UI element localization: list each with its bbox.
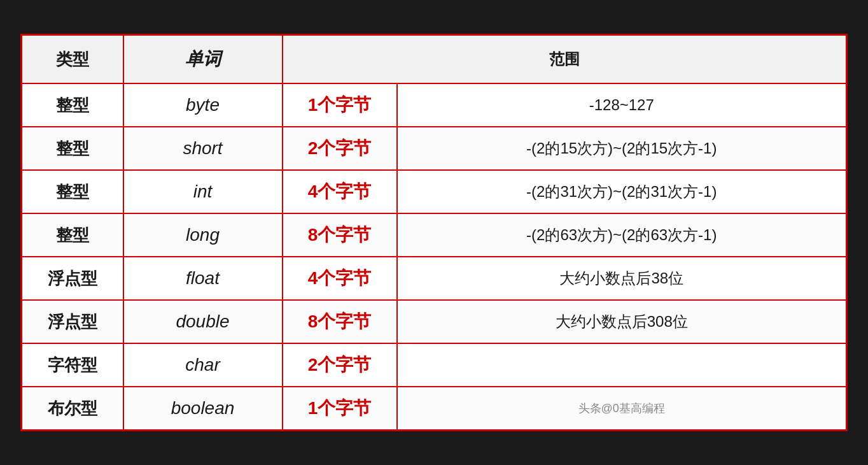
cell-size: 8个字节	[283, 213, 397, 257]
cell-range: -128~127	[397, 83, 847, 127]
table-row: 浮点型float4个字节大约小数点后38位	[22, 257, 847, 300]
table-row: 整型long8个字节-(2的63次方)~(2的63次方-1)	[22, 213, 847, 257]
cell-size: 1个字节	[283, 387, 397, 431]
page-wrapper: 类型 单词 范围 整型byte1个字节-128~127整型short2个字节-(…	[0, 0, 868, 465]
cell-size: 8个字节	[283, 300, 397, 343]
cell-range: 大约小数点后38位	[397, 257, 847, 300]
cell-size: 2个字节	[283, 343, 397, 387]
cell-size: 4个字节	[283, 170, 397, 213]
header-type: 类型	[22, 35, 123, 84]
table-row: 浮点型double8个字节大约小数点后308位	[22, 300, 847, 343]
table-row: 整型byte1个字节-128~127	[22, 83, 847, 127]
cell-word: char	[123, 343, 283, 387]
cell-word: double	[123, 300, 283, 343]
cell-type: 浮点型	[22, 257, 123, 300]
cell-range: -(2的63次方)~(2的63次方-1)	[397, 213, 847, 257]
cell-type: 整型	[22, 83, 123, 127]
cell-type: 整型	[22, 170, 123, 213]
data-types-table: 类型 单词 范围 整型byte1个字节-128~127整型short2个字节-(…	[20, 34, 848, 431]
table-body: 整型byte1个字节-128~127整型short2个字节-(2的15次方)~(…	[22, 83, 847, 431]
cell-range: 大约小数点后308位	[397, 300, 847, 343]
table-row: 字符型char2个字节	[22, 343, 847, 387]
table-row: 整型short2个字节-(2的15次方)~(2的15次方-1)	[22, 127, 847, 170]
cell-size: 1个字节	[283, 83, 397, 127]
table-row: 整型int4个字节-(2的31次方)~(2的31次方-1)	[22, 170, 847, 213]
table-header-row: 类型 单词 范围	[22, 35, 847, 84]
cell-word: short	[123, 127, 283, 170]
cell-word: int	[123, 170, 283, 213]
cell-type: 布尔型	[22, 387, 123, 431]
header-word: 单词	[123, 35, 283, 84]
table-row: 布尔型boolean1个字节头条@0基高编程	[22, 387, 847, 431]
cell-word: float	[123, 257, 283, 300]
cell-range: -(2的31次方)~(2的31次方-1)	[397, 170, 847, 213]
cell-size: 2个字节	[283, 127, 397, 170]
cell-type: 整型	[22, 127, 123, 170]
header-range: 范围	[283, 35, 847, 84]
cell-range	[397, 343, 847, 387]
cell-range: -(2的15次方)~(2的15次方-1)	[397, 127, 847, 170]
cell-range: 头条@0基高编程	[397, 387, 847, 431]
cell-type: 浮点型	[22, 300, 123, 343]
cell-word: byte	[123, 83, 283, 127]
cell-size: 4个字节	[283, 257, 397, 300]
cell-type: 字符型	[22, 343, 123, 387]
cell-word: long	[123, 213, 283, 257]
cell-word: boolean	[123, 387, 283, 431]
cell-type: 整型	[22, 213, 123, 257]
